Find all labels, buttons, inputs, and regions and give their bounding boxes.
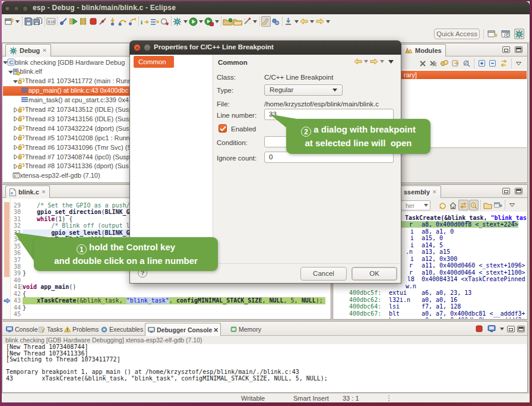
debug-icon[interactable] <box>173 16 183 27</box>
open-perspective-icon[interactable] <box>487 29 498 39</box>
remove-all-icon[interactable] <box>429 58 439 69</box>
tab-close-icon[interactable]: ✕ <box>213 326 218 333</box>
terminate-icon[interactable] <box>88 16 99 27</box>
cancel-button[interactable]: Cancel <box>300 267 347 281</box>
debug-dropdown-icon[interactable] <box>182 16 188 27</box>
pin-console-icon[interactable] <box>271 16 281 27</box>
disasm-row[interactable]: 400dbc64:lsif7, a1, 128 <box>334 303 527 310</box>
tab-disassembly-close-icon[interactable]: ✕ <box>432 189 437 195</box>
forward-dropdown-icon[interactable] <box>325 16 331 27</box>
line-number[interactable]: 31 <box>10 216 21 222</box>
tab-debugger-console[interactable]: Debugger Console✕ <box>145 323 221 336</box>
line-number[interactable]: 32 <box>10 222 21 229</box>
disassembly-minimize-icon[interactable] <box>502 188 510 194</box>
tab-blink-c[interactable]: c blink.c ✕ <box>5 185 50 198</box>
new-wizard-icon[interactable] <box>5 16 15 27</box>
tab-blink-c-close-icon[interactable]: ✕ <box>42 189 46 195</box>
window-maximize-icon[interactable]: ◻ <box>22 5 28 12</box>
home-icon[interactable] <box>448 200 458 210</box>
tab-debug-close-icon[interactable]: ✕ <box>42 48 47 53</box>
editor-line[interactable]: 45 <box>3 311 330 317</box>
disasm-row[interactable]: 400dbc62:l32i.na0, a0, 16 <box>334 296 527 303</box>
console-output[interactable]: [New Thread 1073408744][New Thread 10734… <box>3 336 527 392</box>
disassembly-maximize-icon[interactable] <box>515 188 522 194</box>
forward-dropdown-icon[interactable] <box>380 60 384 63</box>
debug-perspective-icon[interactable] <box>514 29 524 39</box>
dialog-titlebar[interactable]: ✕ ○ Properties for C/C++ Line Breakpoint <box>129 40 401 55</box>
modules-maximize-icon[interactable] <box>515 46 522 53</box>
mark-occurrences-icon[interactable] <box>261 16 271 27</box>
line-number[interactable]: 41 <box>10 284 21 290</box>
back-history-icon[interactable] <box>299 16 309 27</box>
line-number[interactable]: 29 <box>10 202 21 209</box>
display-console-icon[interactable] <box>487 323 497 334</box>
cpp-perspective-icon[interactable]: C <box>501 29 511 39</box>
dialog-close-icon[interactable]: ✕ <box>134 44 141 51</box>
profile-icon[interactable] <box>204 16 214 27</box>
profile-dropdown-icon[interactable] <box>214 16 220 27</box>
disasm-row[interactable]: 400dbc67:blta0, a7, 0x400dbc81 <__adddf3… <box>334 310 527 317</box>
load-symbols-icon[interactable] <box>440 58 450 69</box>
type-select[interactable]: Regular <box>264 84 343 96</box>
debug-history-icon[interactable] <box>160 16 170 27</box>
run-dropdown-icon[interactable] <box>198 16 204 27</box>
open-run-config-icon[interactable] <box>223 16 233 27</box>
tab-problems[interactable]: Problems <box>62 323 100 336</box>
forward-history-icon[interactable] <box>315 16 325 27</box>
disasm-row[interactable]: bnonea0, a1, 0x400dbc8b <__adddf3+ <box>334 317 527 319</box>
window-minimize-icon[interactable]: − <box>13 5 20 12</box>
view-menu-icon[interactable] <box>507 200 517 210</box>
line-number[interactable]: 45 <box>10 311 21 317</box>
external-tools-icon[interactable] <box>242 16 252 27</box>
console-maximize-icon[interactable] <box>517 326 525 332</box>
last-edit-location-icon[interactable] <box>284 16 294 27</box>
modules-selected-row[interactable]: rary] <box>388 71 527 79</box>
step-return-icon[interactable] <box>128 16 138 27</box>
line-number[interactable]: 30 <box>10 209 21 215</box>
new-dropdown-icon[interactable] <box>15 16 21 27</box>
tab-modules[interactable]: Modules <box>401 44 446 56</box>
run-icon[interactable] <box>188 16 198 27</box>
binary-console-icon[interactable]: 010 <box>46 16 56 27</box>
back-dropdown-icon[interactable] <box>309 16 315 27</box>
tab-tasks[interactable]: Tasks <box>36 323 65 336</box>
step-over-icon[interactable] <box>118 16 128 27</box>
back-icon[interactable] <box>354 58 362 65</box>
forward-icon[interactable] <box>370 58 378 65</box>
disconnect-icon[interactable] <box>98 16 108 27</box>
quick-access-button[interactable]: Quick Access <box>434 29 480 39</box>
editor-line[interactable]: 41void app_main() <box>3 284 330 290</box>
tab-memory[interactable]: Memory <box>228 323 263 336</box>
console-minimize-icon[interactable] <box>507 326 515 332</box>
enabled-checkbox[interactable] <box>218 124 227 133</box>
tab-debug[interactable]: Debug ✕ <box>5 44 51 56</box>
suspend-icon[interactable] <box>78 16 88 27</box>
dialog-sidebar[interactable]: Common <box>130 55 213 263</box>
track-expression-icon[interactable] <box>469 200 479 210</box>
instruction-stepping-icon[interactable]: i <box>140 16 150 27</box>
line-number[interactable]: 43 <box>10 297 21 304</box>
load-symbols-for-all-icon[interactable] <box>451 58 461 69</box>
step-into-icon[interactable] <box>108 16 118 27</box>
show-source-icon[interactable] <box>462 58 472 69</box>
save-all-icon[interactable] <box>33 16 43 27</box>
expand-all-icon[interactable] <box>477 58 487 69</box>
tab-disassembly[interactable]: ssembly ✕ <box>397 185 441 198</box>
remove-icon[interactable] <box>418 58 428 69</box>
line-number[interactable]: 39 <box>10 270 21 276</box>
view-menu-icon[interactable] <box>388 60 394 64</box>
skip-all-breakpoints-icon[interactable] <box>59 16 69 27</box>
open-new-view-icon[interactable] <box>483 200 493 210</box>
console-dropdown-icon[interactable] <box>499 323 505 334</box>
last-edit-dropdown-icon[interactable] <box>293 16 299 27</box>
editor-line[interactable]: 43 xTaskCreate(&blink_task, "blink_task"… <box>3 297 330 304</box>
terminate-console-icon[interactable] <box>474 323 484 334</box>
editor-line[interactable]: 42{ <box>3 291 330 297</box>
collapse-all-icon[interactable] <box>488 58 498 69</box>
sync-with-stack-frame-icon[interactable] <box>458 200 468 210</box>
disasm-row[interactable]: 400dbc5f:extuia6, a0, 23, 13 <box>334 289 527 297</box>
save-icon[interactable] <box>24 16 34 27</box>
dialog-menu-icon[interactable]: ○ <box>144 44 151 51</box>
tab-executables[interactable]: Executables <box>99 323 145 336</box>
pin-view-icon[interactable] <box>493 200 504 210</box>
